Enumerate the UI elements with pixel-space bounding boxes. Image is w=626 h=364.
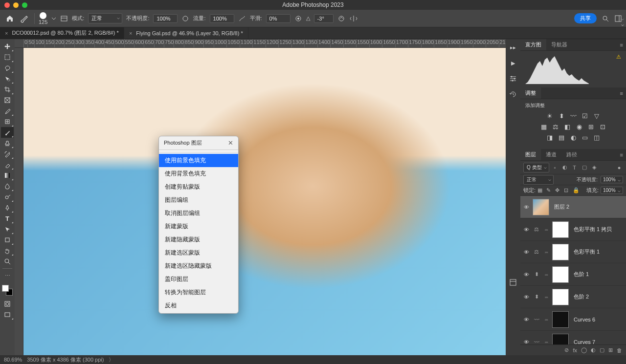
layer-name[interactable]: Curves 6 [574, 317, 595, 322]
color-swatches[interactable] [2, 285, 13, 296]
pen-tool[interactable] [1, 202, 14, 213]
shape-tool[interactable] [1, 235, 14, 245]
visibility-toggle[interactable]: 👁 [522, 317, 531, 322]
eraser-tool[interactable] [1, 159, 14, 170]
layers-tab[interactable]: 图层 [520, 149, 541, 160]
filter-type-select[interactable]: Q 类型 [523, 163, 549, 172]
smoothing-options-icon[interactable] [294, 15, 302, 22]
foreground-color-swatch[interactable] [2, 285, 9, 292]
close-icon[interactable]: ✕ [228, 139, 233, 147]
lasso-tool[interactable] [1, 63, 14, 73]
layer-name[interactable]: 图层 2 [554, 203, 569, 211]
filter-shape-icon[interactable]: ▢ [581, 164, 588, 171]
brightness-icon[interactable]: ☀ [546, 112, 554, 120]
exposure-icon[interactable]: ☑ [581, 112, 589, 120]
layer-thumbnail[interactable] [552, 244, 569, 260]
dodge-tool[interactable] [1, 192, 14, 202]
visibility-toggle[interactable]: 👁 [522, 339, 531, 345]
histogram-tab[interactable]: 直方图 [520, 39, 546, 50]
popup-item[interactable]: 新建隐藏蒙版 [159, 233, 238, 246]
mixer-icon[interactable]: ⊞ [587, 123, 595, 130]
new-adj-icon[interactable]: ◐ [591, 347, 596, 353]
filter-pixel-icon[interactable]: ▫ [551, 164, 559, 171]
pressure-opacity-icon[interactable] [181, 15, 189, 22]
brush-preset-picker[interactable]: 125 [39, 12, 47, 25]
delete-layer-icon[interactable]: 🗑 [617, 347, 622, 353]
eyedropper-tool[interactable] [1, 106, 14, 116]
visibility-toggle[interactable]: 👁 [522, 249, 531, 255]
gradient-map-icon[interactable]: ▭ [581, 133, 589, 141]
hue-icon[interactable]: ▦ [540, 123, 548, 130]
lock-artboard-icon[interactable]: ⊡ [564, 187, 571, 194]
vibrance-icon[interactable]: ▽ [593, 112, 601, 120]
new-group-icon[interactable]: ▢ [600, 347, 604, 353]
blur-tool[interactable] [1, 181, 14, 192]
minimize-window-button[interactable] [13, 2, 19, 8]
navigator-tab[interactable]: 导航器 [546, 39, 572, 50]
search-icon[interactable] [602, 15, 609, 22]
levels-icon[interactable]: ⬍ [558, 112, 565, 120]
panel-menu-icon[interactable]: ≡ [620, 149, 626, 160]
layer-thumbnail[interactable] [552, 311, 569, 328]
layer-fill-input[interactable]: 100% [601, 187, 623, 194]
type-tool[interactable]: T [1, 213, 14, 224]
history-brush-tool[interactable] [1, 149, 14, 159]
selective-icon[interactable]: ◫ [593, 133, 601, 141]
invert-icon[interactable]: ◨ [546, 133, 554, 141]
adjustments-tab[interactable]: 调整 [520, 87, 541, 99]
crop-tool[interactable] [1, 84, 14, 95]
maximize-window-button[interactable] [22, 2, 27, 8]
properties-icon[interactable] [509, 278, 517, 287]
photo-filter-icon[interactable]: ◉ [575, 123, 583, 130]
layer-opacity-input[interactable]: 100% [601, 176, 623, 183]
move-tool[interactable] [1, 41, 14, 52]
symmetry-icon[interactable] [349, 15, 358, 22]
layer-name[interactable]: Curves 7 [574, 339, 595, 345]
threshold-icon[interactable]: ◐ [569, 133, 577, 141]
stamp-tool[interactable] [1, 138, 14, 149]
expand-panels-icon[interactable]: ▸▸ [509, 43, 517, 52]
warning-icon[interactable]: ⚠ [616, 54, 621, 60]
vertical-ruler[interactable] [15, 48, 23, 355]
doc-info[interactable]: 3509 像素 x 4386 像素 (300 ppi) [27, 356, 104, 364]
opacity-input[interactable]: 100% [153, 14, 178, 23]
layer-thumbnail[interactable] [552, 221, 569, 238]
bw-icon[interactable]: ◧ [563, 123, 571, 130]
filter-adj-icon[interactable]: ◐ [561, 164, 569, 171]
document-tab-2[interactable]: × Flying Gal.psd @ 46.9% (Layer 30, RGB/… [124, 27, 248, 39]
layer-row[interactable]: 👁⬍⎓色阶 1 [520, 263, 626, 286]
document-canvas[interactable] [23, 48, 506, 355]
close-icon[interactable]: × [129, 30, 132, 36]
balance-icon[interactable]: ⚖ [552, 123, 559, 130]
link-layers-icon[interactable]: ⊘ [564, 347, 569, 353]
visibility-toggle[interactable]: 👁 [522, 227, 531, 233]
sliders-icon[interactable] [509, 74, 517, 83]
popup-item[interactable]: 取消图层编组 [159, 207, 238, 220]
popup-item[interactable]: 反相 [159, 299, 238, 312]
posterize-icon[interactable]: ▤ [558, 133, 565, 141]
layer-thumbnail[interactable] [552, 334, 569, 345]
layer-row[interactable]: 👁〰⎓Curves 7 [520, 331, 626, 344]
visibility-toggle[interactable]: 👁 [522, 272, 531, 278]
curves-icon[interactable]: 〰 [569, 112, 577, 120]
airbrush-icon[interactable] [238, 15, 246, 22]
close-window-button[interactable] [4, 2, 10, 8]
layer-row[interactable]: 👁⚖⎓色彩平衡 1 拷贝 [520, 218, 626, 241]
quick-select-tool[interactable] [1, 73, 14, 84]
zoom-tool[interactable] [1, 256, 14, 267]
smoothing-input[interactable]: 0% [266, 14, 291, 23]
layer-row[interactable]: 👁图层 2 [520, 196, 626, 218]
filter-type-icon[interactable]: T [571, 164, 579, 171]
layer-row[interactable]: 👁⚖⎓色彩平衡 1 [520, 241, 626, 263]
close-icon[interactable]: × [5, 30, 8, 36]
share-button[interactable]: 共享 [574, 13, 597, 23]
brush-tool-icon[interactable] [20, 13, 30, 24]
frame-tool[interactable] [1, 95, 14, 106]
layer-fx-icon[interactable]: fx [573, 347, 577, 353]
add-mask-icon[interactable]: ◯ [581, 347, 587, 353]
paths-tab[interactable]: 路径 [561, 149, 582, 160]
filter-toggle-icon[interactable]: ● [615, 164, 623, 171]
popup-item[interactable]: 新建选区蒙版 [159, 246, 238, 259]
popup-item[interactable]: 转换为智能图层 [159, 286, 238, 299]
layer-name[interactable]: 色阶 1 [574, 271, 589, 278]
